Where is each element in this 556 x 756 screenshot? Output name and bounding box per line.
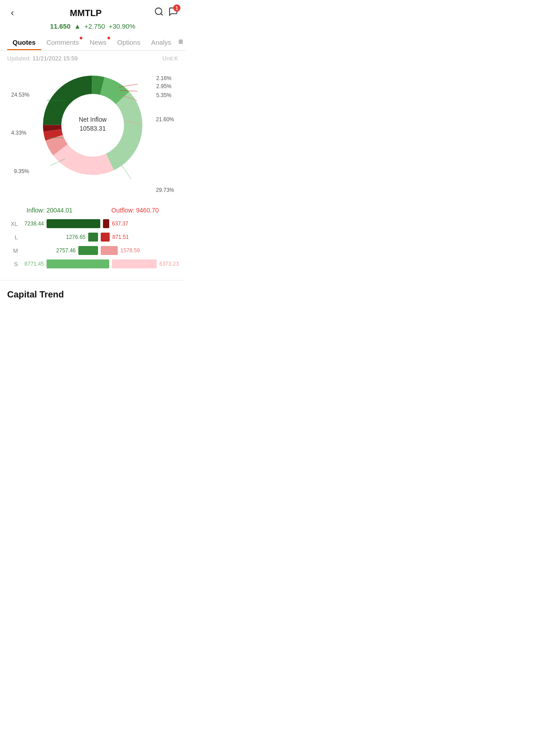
label-21-60: 21.60% (156, 116, 174, 123)
bar-green-l (88, 233, 98, 242)
price-change: +2.750 (84, 22, 105, 30)
bar-inflow-xl: 7238.44 (21, 219, 100, 228)
updated-value: 11/21/2022 15:59 (32, 55, 77, 62)
svg-text:Net Inflow: Net Inflow (79, 116, 107, 123)
tab-bar: Quotes Comments News Options Analys ≡ (0, 34, 185, 51)
bar-green-s (47, 259, 109, 268)
bar-red-m (101, 246, 118, 255)
header-icons: 1 (154, 7, 178, 19)
tab-news[interactable]: News (84, 34, 112, 50)
comments-dot (80, 37, 82, 39)
label-9-35: 9.35% (14, 168, 29, 174)
capital-trend-title: Capital Trend (0, 282, 185, 303)
inflow-value: 20044.01 (47, 207, 73, 214)
outflow-value-s: 6373.23 (159, 261, 183, 267)
outflow-value-m: 1578.59 (120, 247, 144, 254)
price-current: 11.650 (50, 22, 71, 30)
bar-row-xl: XL 7238.44 637.37 (7, 219, 178, 228)
bar-row-l: L 1276.65 871.51 (7, 233, 178, 242)
bar-row-m: M 2757.46 1578.59 (7, 246, 178, 255)
outflow-value-l: 871.51 (112, 234, 136, 240)
inflow-value-m: 2757.46 (52, 247, 76, 254)
inflow-value-l: 1276.65 (62, 234, 86, 240)
outflow-value-xl: 637.37 (112, 221, 135, 227)
unit-label: Unit:K (163, 55, 178, 62)
header: ‹ MMTLP 1 11.650 ▲ +2.750 +30.90% (0, 0, 185, 30)
tab-options[interactable]: Options (112, 34, 146, 50)
inflow-value-s: 8771.45 (21, 261, 44, 267)
label-4-33: 4.33% (11, 130, 26, 136)
bar-red-s (112, 259, 157, 268)
outflow-value: 9460.70 (136, 207, 159, 214)
label-24-53: 24.53% (11, 92, 30, 98)
bar-red-l (101, 233, 110, 242)
bar-red-xl (103, 219, 109, 228)
bar-outflow-l: 871.51 (101, 233, 178, 242)
outflow-label: Outflow: (111, 207, 134, 214)
tab-comments[interactable]: Comments (41, 34, 85, 50)
bar-label-xl: XL (7, 221, 18, 227)
bar-outflow-m: 1578.59 (101, 246, 178, 255)
bar-inflow-m: 2757.46 (21, 246, 98, 255)
bar-inflow-l: 1276.65 (21, 233, 98, 242)
label-2-95: 2.95% (156, 83, 171, 89)
donut-chart-area: 2.16% 2.95% 5.35% 21.60% 29.73% 24.53% 4… (0, 67, 185, 201)
chart-with-labels: 2.16% 2.95% 5.35% 21.60% 29.73% 24.53% 4… (8, 67, 178, 201)
inflow-label: Inflow: (26, 207, 44, 214)
chat-button[interactable]: 1 (168, 7, 178, 19)
tab-analysis[interactable]: Analys (145, 34, 176, 50)
updated-info: Updated: 11/21/2022 15:59 (7, 55, 78, 62)
label-29-73: 29.73% (156, 187, 174, 193)
updated-label: Updated: (7, 55, 31, 62)
bar-inflow-s: 8771.45 (21, 259, 109, 268)
label-2-16: 2.16% (156, 75, 171, 81)
bar-label-m: M (7, 247, 18, 254)
bar-green-m (78, 246, 98, 255)
svg-line-1 (161, 13, 163, 15)
flow-summary: Inflow: 20044.01 Outflow: 9460.70 (0, 201, 185, 216)
bar-label-l: L (7, 234, 18, 241)
back-button[interactable]: ‹ (7, 5, 17, 21)
search-button[interactable] (154, 7, 164, 19)
bar-label-s: S (7, 261, 18, 268)
label-5-35: 5.35% (156, 92, 171, 98)
divider (0, 280, 185, 280)
bar-outflow-s: 6373.23 (112, 259, 183, 268)
price-row: 11.650 ▲ +2.750 +30.90% (50, 22, 136, 30)
news-dot (107, 37, 110, 39)
donut-svg-wrapper: Net Inflow 10583.31 (39, 72, 146, 181)
bar-row-s: S 8771.45 6373.23 (7, 259, 178, 268)
notification-badge: 1 (173, 4, 180, 12)
svg-point-0 (155, 8, 162, 15)
donut-svg: Net Inflow 10583.31 (39, 72, 146, 179)
bar-outflow-xl: 637.37 (103, 219, 178, 228)
inflow-summary: Inflow: 20044.01 (26, 207, 73, 214)
price-arrow: ▲ (74, 22, 81, 30)
svg-text:10583.31: 10583.31 (80, 125, 106, 132)
stock-title: MMTLP (17, 8, 154, 18)
bar-green-xl (47, 219, 100, 228)
tab-quotes[interactable]: Quotes (7, 34, 41, 50)
inflow-value-xl: 7238.44 (21, 221, 44, 227)
updated-row: Updated: 11/21/2022 15:59 Unit:K (0, 51, 185, 64)
price-pct: +30.90% (109, 22, 136, 30)
outflow-summary: Outflow: 9460.70 (111, 207, 159, 214)
tab-menu-button[interactable]: ≡ (176, 34, 185, 50)
bar-chart: XL 7238.44 637.37 L 1276.65 871.51 M 275… (0, 216, 185, 278)
